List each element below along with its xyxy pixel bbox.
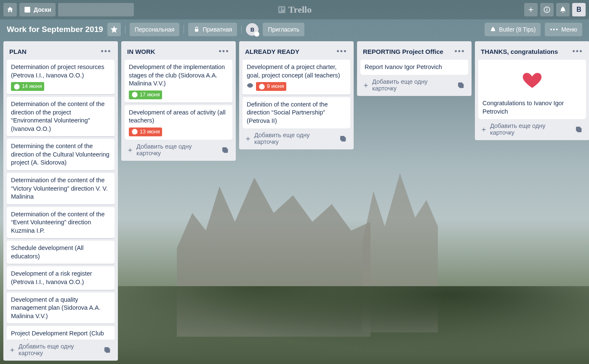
card-text: Schedule development (All educators) xyxy=(11,244,84,260)
card-text: Development of a quality management plan… xyxy=(11,296,101,319)
create-button[interactable] xyxy=(524,3,538,16)
due-badge: 14 июня xyxy=(11,82,44,91)
add-card-label: Добавить еще одну карточку xyxy=(254,132,334,145)
star-button[interactable] xyxy=(107,23,121,36)
invite-button[interactable]: Пригласить xyxy=(263,23,304,36)
global-header: Доски Trello В xyxy=(0,0,589,19)
ellipsis-icon: ••• xyxy=(550,26,559,33)
list-menu-button[interactable]: ••• xyxy=(218,46,230,56)
card-text: Development of the implementation stages… xyxy=(129,64,225,87)
add-card-button[interactable]: ＋ Добавить еще одну карточку xyxy=(242,128,351,147)
clock-icon xyxy=(131,91,138,98)
card[interactable]: Development of a risk register (Petrova … xyxy=(7,266,115,290)
card[interactable]: Determining the content of the direction… xyxy=(7,139,115,170)
svg-rect-28 xyxy=(577,128,581,132)
add-card-label: Добавить еще одну карточку xyxy=(136,143,216,157)
list-menu-button[interactable]: ••• xyxy=(454,46,466,56)
clock-icon xyxy=(13,83,20,90)
list-reporting: REPORTING Project Office ••• Report Ivan… xyxy=(357,41,472,96)
add-card-button[interactable]: ＋ Добавить еще одну карточку xyxy=(124,140,233,158)
card-template-button[interactable] xyxy=(101,344,113,356)
star-icon xyxy=(111,26,117,33)
card[interactable]: Determination of project resources (Petr… xyxy=(7,60,115,94)
search-input[interactable] xyxy=(61,7,133,13)
butler-button[interactable]: Butler (8 Tips) xyxy=(485,23,541,36)
privacy-label: Приватная xyxy=(203,26,232,33)
svg-rect-2 xyxy=(28,8,29,10)
card[interactable]: Development of a quality management plan… xyxy=(7,292,115,324)
list-already-ready: ALREADY READY ••• Development of a proje… xyxy=(239,41,354,149)
member-avatar[interactable]: В xyxy=(246,23,259,36)
notifications-button[interactable] xyxy=(556,3,570,16)
add-card-button[interactable]: ＋ Добавить еще одну карточку xyxy=(360,75,469,93)
svg-marker-11 xyxy=(111,27,117,32)
trello-logo[interactable]: Trello xyxy=(277,4,312,15)
menu-button[interactable]: ••• Меню xyxy=(545,23,582,36)
svg-rect-6 xyxy=(279,7,281,11)
clock-icon xyxy=(259,83,265,90)
card[interactable]: Determination of the content of the dire… xyxy=(7,97,115,136)
card[interactable]: Development of areas of activity (all te… xyxy=(125,105,232,140)
card-template-button[interactable] xyxy=(455,79,466,91)
card-template-button[interactable] xyxy=(573,123,584,135)
plus-icon xyxy=(527,6,535,13)
card[interactable]: Congratulations to Ivanov Igor Petrovich xyxy=(478,60,586,119)
card-text: Definition of the content of the directi… xyxy=(247,101,328,124)
home-button[interactable] xyxy=(3,3,17,16)
card[interactable]: Development of a project charter, goal, … xyxy=(243,60,350,95)
list-menu-button[interactable]: ••• xyxy=(336,46,348,56)
card-template-button[interactable] xyxy=(337,133,349,144)
info-button[interactable] xyxy=(540,3,554,16)
add-card-button[interactable]: ＋ Добавить еще одну карточку xyxy=(6,340,115,358)
card-text: Development of a project charter, goal, … xyxy=(247,64,340,79)
info-icon xyxy=(543,6,551,13)
card[interactable]: Report Ivanov Igor Petrovich xyxy=(360,60,468,75)
add-card-button[interactable]: ＋ Добавить еще одну карточку xyxy=(477,119,587,138)
template-icon xyxy=(457,82,464,88)
list-menu-button[interactable]: ••• xyxy=(100,46,112,56)
list-title[interactable]: ALREADY READY xyxy=(245,48,336,55)
list-menu-button[interactable]: ••• xyxy=(572,46,584,56)
clock-icon xyxy=(131,128,138,135)
boards-button[interactable]: Доски xyxy=(19,3,56,16)
card[interactable]: Development of the implementation stages… xyxy=(125,60,232,103)
card[interactable]: Determination of the content of the “Eve… xyxy=(7,207,115,239)
team-visibility-label: Персональная xyxy=(135,26,175,33)
card-text: Determination of the content of the “Eve… xyxy=(11,211,104,234)
template-icon xyxy=(575,126,582,133)
svg-rect-9 xyxy=(546,9,547,11)
board-header: Work for September 2019 Персональная При… xyxy=(0,19,589,40)
user-avatar[interactable]: В xyxy=(572,3,586,16)
list-title[interactable]: REPORTING Project Office xyxy=(363,48,454,55)
list-plan: PLAN ••• Determination of project resour… xyxy=(3,41,118,361)
svg-rect-20 xyxy=(224,149,227,152)
plus-icon: ＋ xyxy=(126,146,134,154)
lock-icon xyxy=(193,26,200,33)
card[interactable]: Determination of the content of the “Vic… xyxy=(7,173,115,205)
search-container[interactable] xyxy=(58,3,134,16)
card[interactable]: Schedule development (All educators) xyxy=(7,241,115,264)
list-title[interactable]: PLAN xyxy=(9,48,100,55)
add-card-label: Добавить еще одну карточку xyxy=(372,78,452,92)
team-visibility-button[interactable]: Персональная xyxy=(130,23,180,36)
board-title[interactable]: Work for September 2019 xyxy=(7,25,103,34)
svg-rect-13 xyxy=(493,27,494,28)
card-text: Development of areas of activity (all te… xyxy=(129,109,226,124)
plus-icon: ＋ xyxy=(480,125,488,133)
list-in-work: IN WORK ••• Development of the implement… xyxy=(121,41,236,161)
list-title[interactable]: THANKS, congratulations xyxy=(481,48,572,55)
card-text: Determination of the content of the “Vic… xyxy=(11,177,108,200)
plus-icon: ＋ xyxy=(362,81,370,89)
menu-label: Меню xyxy=(561,26,577,33)
privacy-button[interactable]: Приватная xyxy=(188,23,237,36)
board-canvas[interactable]: PLAN ••• Determination of project resour… xyxy=(0,40,589,364)
svg-rect-10 xyxy=(546,8,547,9)
card-template-button[interactable] xyxy=(219,144,231,156)
list-title[interactable]: IN WORK xyxy=(127,48,218,55)
card[interactable]: Project Development Report (Club Preside… xyxy=(7,326,115,340)
invite-label: Пригласить xyxy=(268,26,299,33)
card-text: Congratulations to Ivanov Igor Petrovich xyxy=(482,100,564,115)
boards-label: Доски xyxy=(34,6,51,13)
card[interactable]: Definition of the content of the directi… xyxy=(243,97,350,129)
boards-icon xyxy=(24,6,31,13)
